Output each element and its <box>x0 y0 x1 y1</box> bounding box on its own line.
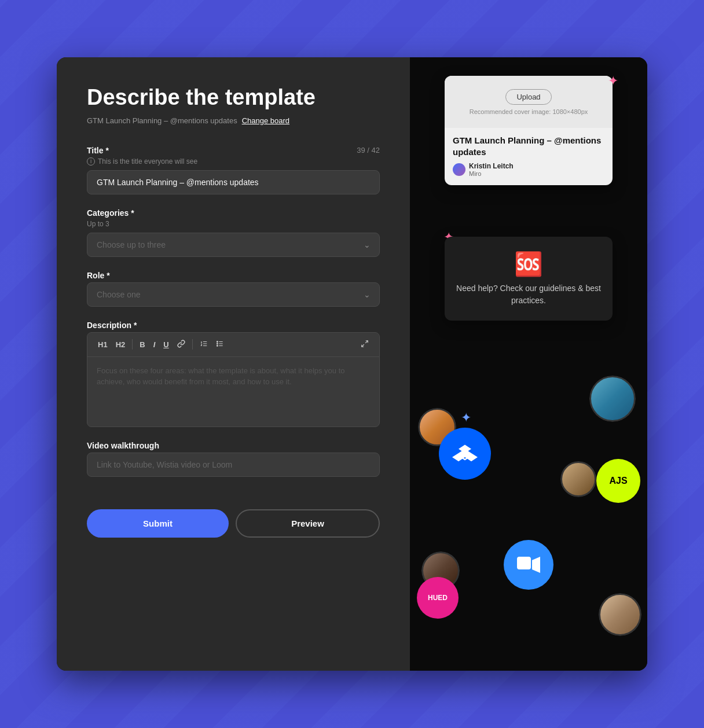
title-label-row: Title * 39 / 42 <box>87 146 380 155</box>
title-counter: 39 / 42 <box>357 146 380 155</box>
person-avatar-5 <box>599 593 641 636</box>
video-label: Video walkthrough <box>87 441 159 450</box>
breadcrumb-row: GTM Launch Planning – @mentions updates … <box>87 116 380 125</box>
categories-select[interactable]: Choose up to three <box>87 233 380 257</box>
info-icon: i <box>87 157 95 166</box>
card-upload-area: Upload Recommended cover image: 1080×480… <box>445 76 613 128</box>
ordered-list-button[interactable] <box>196 337 211 352</box>
author-name: Kristin Leitch <box>469 162 514 170</box>
author-avatar <box>453 163 465 176</box>
role-label: Role * <box>87 271 110 280</box>
upload-button[interactable]: Upload <box>505 89 551 105</box>
categories-section: Categories * Up to 3 Choose up to three <box>87 208 380 257</box>
buttons-row: Submit Preview <box>87 509 380 538</box>
preview-button[interactable]: Preview <box>236 509 380 538</box>
template-preview-card: Upload Recommended cover image: 1080×480… <box>445 76 613 185</box>
editor-container: H1 H2 B I U <box>87 332 380 427</box>
categories-sublabel: Up to 3 <box>87 220 380 228</box>
categories-label-row: Categories * <box>87 208 380 218</box>
title-label: Title * <box>87 146 109 155</box>
toolbar-divider-1 <box>132 339 133 350</box>
change-board-link[interactable]: Change board <box>242 116 289 125</box>
video-label-row: Video walkthrough <box>87 441 380 450</box>
card-content: GTM Launch Planning – @mentions updates … <box>445 128 613 185</box>
title-input[interactable] <box>87 170 380 194</box>
page-title: Describe the template <box>87 85 380 111</box>
h1-button[interactable]: H1 <box>94 338 111 351</box>
categories-label: Categories * <box>87 208 134 218</box>
description-section: Description * H1 H2 B I U <box>87 321 380 427</box>
hued-logo: HUED <box>417 577 459 619</box>
card-title: GTM Launch Planning – @mentions updates <box>453 135 604 157</box>
zoom-logo <box>504 540 553 590</box>
svg-point-7 <box>217 343 218 344</box>
role-select-wrapper: Choose one <box>87 282 380 307</box>
sparkle-pink-icon: ✦ <box>608 73 618 89</box>
title-hint-text: This is the title everyone will see <box>98 157 197 166</box>
toolbar-divider-2 <box>192 339 193 350</box>
submit-button[interactable]: Submit <box>87 509 229 538</box>
dropbox-logo <box>439 428 491 480</box>
title-section: Title * 39 / 42 i This is the title ever… <box>87 146 380 194</box>
card-author: Kristin Leitch Miro <box>453 162 604 177</box>
svg-line-10 <box>362 344 364 347</box>
svg-point-6 <box>217 341 218 342</box>
person-avatar-2 <box>589 376 636 422</box>
main-container: Describe the template GTM Launch Plannin… <box>57 57 647 671</box>
description-editor-body[interactable]: Focus on these four areas: what the temp… <box>87 357 379 426</box>
author-info: Kristin Leitch Miro <box>469 162 514 177</box>
editor-toolbar: H1 H2 B I U <box>87 333 379 357</box>
help-icon: 🆘 <box>456 251 601 278</box>
role-select[interactable]: Choose one <box>87 282 380 307</box>
svg-rect-11 <box>517 557 531 569</box>
sparkle-blue-icon: ✦ <box>461 410 471 425</box>
help-card[interactable]: 🆘 Need help? Check our guidelines & best… <box>445 237 613 321</box>
ajs-logo: AJS <box>596 459 640 503</box>
link-button[interactable] <box>174 337 189 352</box>
help-text: Need help? Check our guidelines & best p… <box>456 282 601 307</box>
h2-button[interactable]: H2 <box>112 338 129 351</box>
right-panel: Upload Recommended cover image: 1080×480… <box>410 57 647 671</box>
breadcrumb-text: GTM Launch Planning – @mentions updates <box>87 116 237 125</box>
video-input[interactable] <box>87 453 380 477</box>
author-company: Miro <box>469 170 514 177</box>
left-panel: Describe the template GTM Launch Plannin… <box>57 57 410 671</box>
description-label-row: Description * <box>87 321 380 330</box>
underline-button[interactable]: U <box>160 338 172 351</box>
description-label: Description * <box>87 321 137 330</box>
video-section: Video walkthrough <box>87 441 380 477</box>
categories-select-wrapper: Choose up to three <box>87 233 380 257</box>
role-section: Role * Choose one <box>87 271 380 307</box>
bold-button[interactable]: B <box>136 338 148 351</box>
upload-hint: Recommended cover image: 1080×480px <box>470 108 588 115</box>
unordered-list-button[interactable] <box>212 337 228 352</box>
role-label-row: Role * <box>87 271 380 280</box>
expand-button[interactable] <box>357 337 372 352</box>
italic-button[interactable]: I <box>150 338 159 351</box>
title-hint-row: i This is the title everyone will see <box>87 157 380 166</box>
svg-point-8 <box>217 345 218 346</box>
person-avatar-3 <box>560 461 596 497</box>
svg-line-9 <box>365 340 368 343</box>
